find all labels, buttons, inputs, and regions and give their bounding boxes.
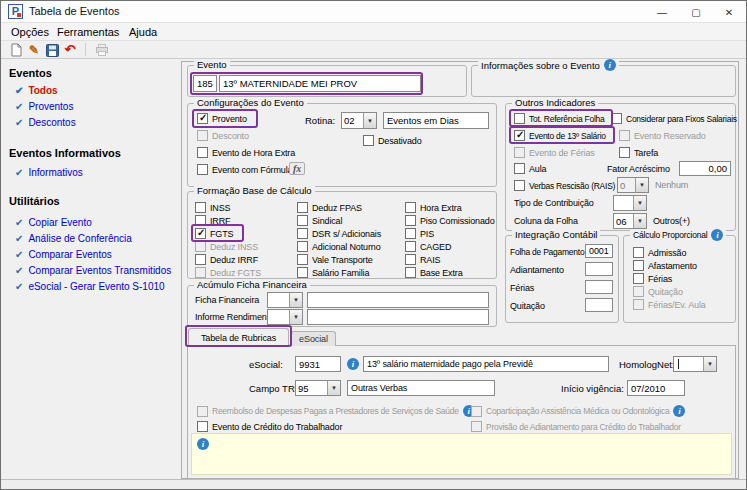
checkbox-salario-familia[interactable]: Salário Familia (297, 267, 369, 278)
undo-button[interactable]: ↶ (61, 42, 79, 58)
chevron-down-icon[interactable]: ▼ (703, 357, 716, 371)
campo-trct-select[interactable]: 95 ▼ (295, 380, 341, 396)
checkbox-pis[interactable]: PIS (405, 228, 434, 239)
menu-bar: Opções Ferramentas Ajuda (1, 23, 746, 41)
ficha-financeira-select[interactable]: ▼ (267, 292, 303, 308)
new-button[interactable] (7, 42, 25, 58)
info-icon[interactable]: i (347, 358, 359, 370)
checkbox-provisao-adiantamento-credito[interactable]: Provisão de Adiantamento para Crédito do… (471, 421, 681, 432)
chevron-down-icon[interactable]: ▼ (289, 293, 302, 307)
chevron-down-icon[interactable]: ▼ (327, 381, 340, 395)
checkbox-evento-reservado[interactable]: Evento Reservado (619, 130, 706, 141)
checkbox-afastamento[interactable]: Afastamento (633, 260, 697, 271)
chevron-down-icon[interactable]: ▼ (633, 214, 646, 228)
chevron-down-icon[interactable]: ▼ (633, 196, 646, 210)
checkbox-provento[interactable]: Provento (197, 113, 247, 124)
checkbox-fgts[interactable]: FGTS (195, 228, 233, 239)
coluna-folha-select[interactable]: 06 ▼ (613, 213, 647, 229)
quitacao-field[interactable] (585, 298, 613, 312)
menu-ajuda[interactable]: Ajuda (129, 26, 157, 38)
maximize-button[interactable]: ▢ (680, 1, 712, 23)
sidebar-item-todos[interactable]: ✔ Todos (15, 85, 58, 96)
dropdown-arrow-glyph: ▼ (293, 314, 299, 320)
quitacao-label: Quitação (510, 301, 545, 311)
informe-rendimentos-select[interactable]: ▼ (267, 309, 303, 325)
checkbox-piso-comissionado[interactable]: Piso Comissionado (405, 215, 495, 226)
chevron-down-icon[interactable]: ▼ (289, 310, 302, 324)
homolognet-select[interactable]: ▼ (673, 356, 717, 372)
checkbox-reembolso-despesas-saude[interactable]: Reembolso de Despesas Pagas a Prestadore… (197, 405, 475, 417)
checkbox-sindical[interactable]: Sindical (297, 215, 342, 226)
fator-acrescimo-field[interactable]: 0,00 (679, 161, 731, 176)
tab-esocial[interactable]: eSocial (291, 331, 336, 346)
chevron-down-icon[interactable]: ▼ (635, 178, 648, 192)
new-document-icon (10, 43, 23, 57)
checkbox-tarefa[interactable]: Tarefa (619, 147, 658, 158)
checkbox-quitacao-proporcional[interactable]: Quitação (633, 286, 683, 297)
checkbox-ferias-ev-aula[interactable]: Férias/Ev. Aula (633, 299, 706, 310)
checkbox-evento-credito-trabalhador[interactable]: Evento de Crédito do Trabalhador (197, 421, 342, 432)
checkbox-evento-com-formula[interactable]: Evento com Fórmula (197, 164, 292, 175)
info-icon[interactable]: i (673, 405, 685, 417)
rotina-select[interactable]: 02 ▼ (341, 112, 377, 129)
checkbox-desconto[interactable]: Desconto (197, 130, 249, 141)
sidebar-item-analise-conferencia[interactable]: ✔ Análise de Conferência (15, 233, 132, 244)
checkbox-dsr-adicionais[interactable]: DSR s/ Adicionais (297, 228, 381, 239)
checkbox-deduz-fpas[interactable]: Deduz FPAS (297, 202, 362, 213)
menu-opcoes[interactable]: Opções (11, 26, 49, 38)
checkbox-deduz-inss[interactable]: Deduz INSS (195, 241, 258, 252)
checkbox-vale-transporte[interactable]: Vale Transporte (297, 254, 373, 265)
tab-tabela-de-rubricas[interactable]: Tabela de Rubricas (188, 328, 289, 346)
inicio-vigencia-field[interactable]: 07/2010 (627, 380, 685, 396)
esocial-codigo-field[interactable]: 9931 (295, 356, 341, 372)
print-button[interactable] (93, 42, 111, 58)
checkbox-rais[interactable]: RAIS (405, 254, 440, 265)
checkbox-considerar-fixos-salariais[interactable]: Considerar para Fixos Salariais (611, 113, 737, 124)
checkbox-irrf[interactable]: IRRF (195, 215, 230, 226)
checkbox-inss[interactable]: INSS (195, 202, 230, 213)
checkbox-caged[interactable]: CAGED (405, 241, 451, 252)
checkbox-deduz-fgts[interactable]: Deduz FGTS (195, 267, 261, 278)
checkbox-admissao[interactable]: Admissão (633, 247, 686, 258)
ferias-field[interactable] (585, 280, 613, 294)
info-icon[interactable]: i (197, 438, 209, 450)
sidebar-item-esocial-gerar-s1010[interactable]: ✔ eSocial - Gerar Evento S-1010 (15, 281, 165, 292)
evento-codigo-field[interactable]: 185 (193, 75, 217, 92)
formula-fx-icon[interactable]: fx (289, 162, 305, 175)
checkbox-base-extra[interactable]: Base Extra (405, 267, 463, 278)
checkbox-verbas-rescisao-rais[interactable]: Verbas Rescisão (RAIS) (514, 180, 615, 191)
sidebar-item-comparar-eventos[interactable]: ✔ Comparar Eventos (15, 249, 112, 260)
save-button[interactable] (43, 42, 61, 58)
verbas-rescisao-select[interactable]: 0 ▼ (617, 177, 649, 193)
folha-pagamento-field[interactable]: 0001 (585, 244, 613, 258)
info-icon[interactable]: i (604, 59, 616, 71)
sidebar-item-comparar-eventos-transmitidos[interactable]: ✔ Comparar Eventos Transmitidos (15, 265, 171, 276)
tipo-contribuicao-select[interactable]: ▼ (613, 195, 647, 211)
checkbox-box (514, 113, 525, 124)
edit-button[interactable]: ✎ (25, 42, 43, 58)
chevron-down-icon[interactable]: ▼ (363, 113, 376, 128)
checkbox-tot-referencia-folha[interactable]: Tot. Referência Folha (514, 113, 605, 124)
checkbox-aula[interactable]: Aula (514, 163, 546, 174)
checkbox-label: Vale Transporte (312, 255, 373, 265)
adiantamento-field[interactable] (585, 262, 613, 276)
sidebar-item-informativos[interactable]: ✔ Informativos (15, 167, 83, 178)
checkbox-adicional-noturno[interactable]: Adicional Noturno (297, 241, 381, 252)
sidebar-item-descontos[interactable]: ✔ Descontos (15, 117, 76, 128)
sidebar-header-informativos: Eventos Informativos (9, 147, 121, 159)
checkbox-evento-13-salario[interactable]: Evento de 13º Salário (514, 130, 606, 141)
evento-nome-field[interactable]: 13º MATERNIDADE MEI PROV (219, 75, 421, 92)
info-icon[interactable]: i (711, 229, 723, 241)
checkbox-evento-de-ferias[interactable]: Evento de Férias (514, 147, 595, 158)
checkbox-hora-extra-base[interactable]: Hora Extra (405, 202, 462, 213)
checkbox-coparticipacao-assistencia[interactable]: Coparticipação Assistência Médica ou Odo… (471, 405, 685, 417)
sidebar-item-copiar-evento[interactable]: ✔ Copiar Evento (15, 217, 92, 228)
minimize-button[interactable]: — (646, 1, 678, 23)
checkbox-evento-hora-extra[interactable]: Evento de Hora Extra (197, 147, 295, 158)
checkbox-desativado[interactable]: Desativado (363, 135, 422, 146)
checkbox-ferias-proporcional[interactable]: Férias (633, 273, 672, 284)
menu-ferramentas[interactable]: Ferramentas (57, 26, 119, 38)
close-button[interactable]: ✕ (713, 1, 745, 23)
checkbox-deduz-irrf[interactable]: Deduz IRRF (195, 254, 258, 265)
sidebar-item-proventos[interactable]: ✔ Proventos (15, 101, 73, 112)
